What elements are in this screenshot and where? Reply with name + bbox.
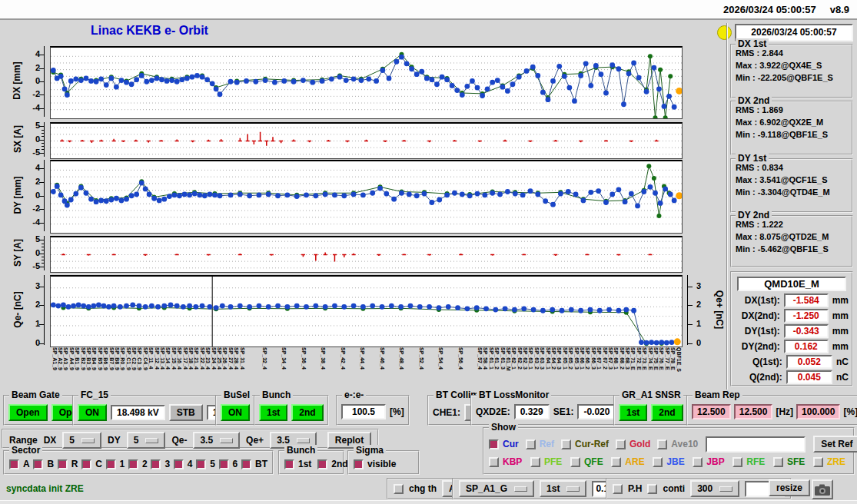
stat-rms: RMS : 1.869 — [736, 105, 852, 114]
show-sfe-checkbox[interactable] — [773, 457, 783, 467]
beam-gate-open-1-button[interactable]: Open — [8, 404, 48, 421]
sector-3-checkbox[interactable] — [151, 459, 161, 469]
minor-tick-mark — [42, 254, 44, 254]
sector-bt-checkbox[interactable] — [241, 459, 251, 469]
resize-button[interactable]: resize — [769, 479, 810, 496]
chart-dy — [50, 160, 683, 234]
sector-a-checkbox[interactable] — [9, 459, 19, 469]
points-value: 300 — [697, 483, 713, 494]
sector-6-label: 6 — [233, 459, 238, 469]
qmd-row-unit: mm — [832, 326, 849, 337]
sector-b-checkbox[interactable] — [33, 459, 43, 469]
bunch-group: Bunch 1st 2nd — [254, 395, 329, 426]
range-dy-dropdown[interactable]: 5 — [127, 432, 166, 449]
bunch-th-dropdown[interactable]: 1st — [540, 480, 586, 497]
stats-dy-2nd: DY 2nd RMS : 1.222 Max : 8.075@QTD2E_M M… — [730, 215, 853, 267]
show-pfe-checkbox[interactable] — [530, 457, 540, 467]
show-gold-checkbox[interactable] — [616, 439, 626, 449]
conti-label: conti — [663, 483, 685, 494]
x-axis-label: SP_31_4 — [240, 347, 245, 370]
group-label: Show — [489, 422, 518, 433]
group-label: Bunch — [284, 445, 317, 456]
minor-tick-mark — [42, 263, 44, 264]
x-axis-label: SP_66_2 — [585, 347, 590, 370]
ref-file-input[interactable] — [706, 436, 806, 453]
show-cur-checkbox[interactable] — [489, 439, 499, 449]
conti-checkbox[interactable] — [647, 484, 657, 494]
show-pfe-item: PFE — [530, 456, 562, 467]
group-label: BuSel — [221, 390, 252, 400]
sector-r-checkbox[interactable] — [58, 459, 68, 469]
titlebar-datetime: 2026/03/24 05:00:57 — [723, 4, 816, 15]
beam-rep-pct-unit: [%] — [843, 406, 857, 417]
show-rfe-checkbox[interactable] — [732, 457, 742, 467]
se1-value: -0.020 — [577, 404, 616, 419]
range-dx-dropdown[interactable]: 5 — [62, 432, 101, 449]
chg-th-checkbox[interactable] — [394, 484, 404, 494]
x-axis-label: SP_65_1 — [563, 347, 568, 370]
qmd-row-unit: mm — [832, 295, 849, 306]
x-axis-label: SP_46_4 — [380, 347, 385, 370]
show-qfe-checkbox[interactable] — [570, 457, 580, 467]
stat-max: Max : 6.902@QX2E_M — [736, 118, 852, 127]
group-label: Sigma — [354, 445, 386, 456]
bunch-1st-button[interactable]: 1st — [259, 404, 287, 421]
stat-max: Max : 3.922@QX4E_S — [736, 61, 852, 70]
fc15-on-button[interactable]: ON — [78, 404, 107, 421]
stat-max: Max : 8.075@QTD2E_M — [736, 232, 852, 241]
sp-monitor-dropdown[interactable]: SP_A1_G — [459, 480, 534, 497]
sigma-group: Sigma visible — [347, 450, 420, 475]
tick-label: 5 — [20, 121, 40, 130]
ee-ratio-group: e-:e- 100.5 [%] — [336, 395, 410, 426]
show-cur-ref-item: Cur-Ref — [561, 439, 609, 449]
x-axis-label: SP_66_1 — [580, 347, 585, 370]
stats-dx-2nd: DX 2nd RMS : 1.869 Max : 6.902@QX2E_M Mi… — [730, 101, 853, 155]
stat-min: Min : -5.462@QBF1E_S — [736, 244, 852, 254]
show-pfe-label: PFE — [544, 456, 562, 467]
sector-2-label: 2 — [142, 459, 148, 469]
fc15-stb-button[interactable]: STB — [169, 404, 203, 421]
bunch-1st-checkbox[interactable] — [284, 459, 294, 469]
show-jbe-checkbox[interactable] — [653, 457, 663, 467]
stat-rms: RMS : 1.222 — [736, 220, 852, 229]
x-axis-label: SP_A2_9 — [58, 347, 63, 370]
bunch-th-value: 1st — [546, 483, 560, 494]
show-qfe-item: QFE — [570, 456, 603, 467]
screenshot-camera-button[interactable] — [812, 479, 833, 499]
x-axis-label: SP_72_E — [636, 347, 642, 370]
minor-tick-mark — [42, 244, 44, 244]
minor-tick-mark — [42, 143, 44, 144]
sector-group: Sector ABRC123456BT — [3, 450, 274, 475]
show-are-checkbox[interactable] — [611, 457, 621, 467]
sector-3-label: 3 — [164, 459, 170, 469]
tick-label: 2 — [20, 63, 40, 72]
points-dropdown[interactable]: 300 — [690, 480, 739, 497]
show-kbp-checkbox[interactable] — [489, 457, 499, 467]
set-ref-button[interactable]: Set Ref — [813, 436, 857, 453]
range-qem-dropdown[interactable]: 3.5 — [193, 432, 240, 449]
gr-a1-2nd-button[interactable]: 2nd — [651, 404, 683, 421]
sector-2-checkbox[interactable] — [128, 459, 138, 469]
axis-title-qe: Qe- [nC] — [12, 274, 22, 344]
show-ave10-checkbox[interactable] — [657, 439, 667, 449]
show-ref-checkbox[interactable] — [526, 439, 536, 449]
x-axis-label: SP_57_4 — [477, 347, 483, 370]
sector-5-checkbox[interactable] — [196, 459, 206, 469]
show-jbp-checkbox[interactable] — [693, 457, 703, 467]
ph-checkbox[interactable] — [613, 484, 623, 494]
gr-a1-1st-button[interactable]: 1st — [619, 404, 647, 421]
x-axis-label: SP_63_3 — [540, 347, 545, 370]
sector-6-checkbox[interactable] — [219, 459, 229, 469]
bunch-2nd-checkbox[interactable] — [317, 459, 327, 469]
sector-4-checkbox[interactable] — [174, 459, 184, 469]
sector-c-checkbox[interactable] — [81, 459, 91, 469]
tick-mark — [688, 343, 693, 344]
sigma-visible-checkbox[interactable] — [354, 459, 364, 469]
show-cur-ref-checkbox[interactable] — [561, 439, 571, 449]
busel-on-button[interactable]: ON — [221, 404, 250, 421]
se1-label: SE1: — [553, 406, 574, 417]
bunch-2nd-button[interactable]: 2nd — [291, 404, 323, 421]
show-zre-checkbox[interactable] — [813, 457, 823, 467]
tick-mark — [39, 343, 44, 344]
sector-1-checkbox[interactable] — [106, 459, 116, 469]
